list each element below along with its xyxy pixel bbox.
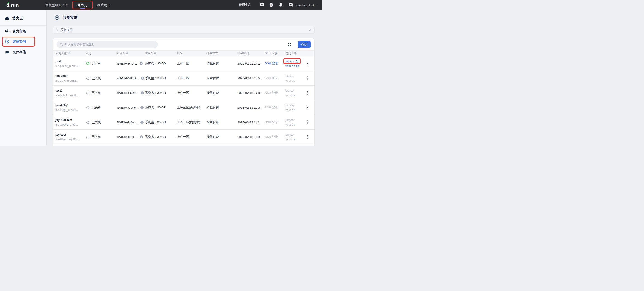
compute-label: NVIDIA-GeFo... (117, 106, 138, 109)
status-cell: 已关机 (86, 91, 117, 95)
ssh-login-link[interactable]: SSH 登录 (265, 135, 278, 138)
vscode-link[interactable]: vscode (285, 79, 295, 82)
jupyter-link[interactable]: jupyter (285, 133, 295, 136)
info-icon[interactable]: i (140, 106, 144, 109)
compute-cell: vGPU-NVIDIA... i (117, 77, 145, 80)
col-header-name-id: 实例名称/ID (56, 51, 86, 55)
logo[interactable]: d.run (6, 2, 19, 8)
table-row: ins-k5kj4 ins-k5kj4_u-ed8... 已关机 NVIDIA-… (53, 100, 314, 115)
power-off-icon (86, 120, 90, 124)
info-icon[interactable]: i (140, 62, 143, 65)
table-row: jxy-h20-test ins-wbp65_u-ed... 已关机 NVIDI… (53, 115, 314, 130)
ssh-login-link[interactable]: SSH 登录 (265, 62, 278, 65)
sidebar-item-compute-market[interactable]: 算力市场 (0, 26, 46, 36)
sidebar-menu: 算力市场 容器实例 文件存储 (0, 26, 46, 57)
sidebar-item-file-storage[interactable]: 文件存储 (0, 47, 46, 57)
disk-cell: 系统盘：30 GB (145, 135, 177, 139)
external-link-icon (296, 65, 299, 67)
jupyter-link[interactable]: jupyter (285, 74, 295, 77)
compute-label: vGPU-NVIDIA... (117, 77, 139, 80)
search-box (56, 41, 158, 48)
table-body: test ins-psbbk_u-ed8... 运行中 NVIDIA-RTX-.… (53, 56, 314, 144)
more-actions-menu-icon[interactable] (306, 119, 309, 125)
more-actions-menu-icon[interactable] (306, 134, 309, 140)
access-tools-cell: jupyter vscode (285, 133, 306, 141)
sidebar-title: 算力云 (0, 10, 46, 21)
ssh-cell: SSH 登录 (265, 61, 285, 65)
ssh-login-link[interactable]: SSH 登录 (265, 76, 278, 80)
billing-cell: 按量付费 (207, 76, 238, 80)
nav-item-billing-center[interactable]: 费用中心 (239, 3, 252, 7)
vscode-link[interactable]: vscode (285, 64, 295, 67)
nav-item-model-platform[interactable]: 大模型服务平台 (40, 0, 72, 10)
page-title: 容器实例 (63, 15, 78, 20)
vscode-link[interactable]: vscode (285, 138, 295, 141)
billing-cell: 按量付费 (207, 105, 238, 110)
ssh-login-link[interactable]: SSH 登录 (265, 120, 278, 124)
instance-id: ins-wbp65_u-ed... (56, 123, 86, 126)
power-off-icon (86, 76, 90, 80)
instance-name-cell: ins-zklvf ins-zklvf_u-ed82... (56, 74, 86, 82)
status-label: 已关机 (92, 135, 101, 139)
row-actions-cell (306, 90, 313, 96)
created-time-cell: 2025-02-17 16:5... (238, 77, 265, 80)
instance-name-cell: test1 ins-55f74_u-ed8... (56, 89, 86, 97)
ssh-login-link[interactable]: SSH 登录 (265, 91, 278, 94)
notification-bell-icon[interactable] (278, 3, 283, 7)
jupyter-link[interactable]: jupyter (285, 103, 295, 107)
status-cell: 已关机 (86, 135, 117, 139)
created-time-cell: 2025-02-13 14:0... (238, 91, 265, 95)
created-time-cell: 2025-02-13 12:3... (238, 106, 265, 109)
more-actions-menu-icon[interactable] (306, 105, 309, 110)
more-actions-menu-icon[interactable] (306, 61, 309, 66)
instances-card: 创建 实例名称/ID 状态 计算配置 磁盘配置 地区 计费方式 创建时间 SSH… (53, 38, 314, 145)
instance-id: ins-9thzt_u-ed82... (56, 138, 86, 141)
instance-name: test (56, 59, 86, 63)
vscode-link[interactable]: vscode (285, 93, 295, 97)
disk-cell: 系统盘：30 GB (145, 91, 177, 95)
vscode-link[interactable]: vscode (285, 123, 295, 126)
vscode-link[interactable]: vscode (285, 108, 295, 112)
status-cell: 运行中 (86, 61, 117, 65)
user-menu-chevron-down-icon[interactable] (316, 4, 318, 6)
region-cell: 上海一区 (177, 135, 207, 139)
compute-label: NVIDIA-L40S ... (117, 91, 138, 95)
info-icon[interactable]: i (141, 77, 144, 80)
instance-name: jxy-test (56, 133, 86, 136)
feedback-chat-icon[interactable] (260, 3, 264, 7)
username-label[interactable]: daocloud-test (296, 3, 314, 7)
chevron-right-icon[interactable] (56, 28, 58, 31)
search-input[interactable] (65, 43, 155, 46)
instance-name-cell: jxy-h20-test ins-wbp65_u-ed... (56, 118, 86, 126)
more-actions-menu-icon[interactable] (306, 75, 309, 81)
refresh-button[interactable] (287, 42, 292, 47)
nav-item-compute-cloud[interactable]: 算力云 (72, 0, 92, 10)
status-label: 已关机 (92, 91, 101, 95)
info-icon[interactable]: i (140, 121, 144, 124)
create-button[interactable]: 创建 (298, 41, 311, 48)
help-icon[interactable]: ? (269, 3, 274, 7)
jupyter-link[interactable]: jupyter (285, 59, 295, 63)
status-label: 已关机 (92, 120, 101, 124)
compute-cell: NVIDIA-RTX-... i (117, 62, 145, 65)
more-actions-menu-icon[interactable] (306, 90, 309, 96)
instance-name-cell: jxy-test ins-9thzt_u-ed82... (56, 133, 86, 141)
close-tab-icon[interactable]: × (309, 28, 311, 32)
info-icon[interactable]: i (140, 135, 143, 138)
cloud-cluster-icon (4, 16, 10, 21)
instance-name: ins-k5kj4 (56, 103, 86, 107)
chevron-down-icon (109, 4, 111, 6)
user-avatar[interactable] (288, 2, 294, 8)
main-content: 容器实例 容器实例 × 创建 实例名称/ID (46, 10, 322, 145)
ssh-cell: SSH 登录 (265, 91, 285, 95)
jupyter-link[interactable]: jupyter (285, 89, 295, 92)
row-actions-cell (306, 119, 313, 125)
status-label: 已关机 (92, 76, 101, 80)
info-icon[interactable]: i (141, 91, 144, 94)
access-tools-cell: jupyter vscode (285, 103, 306, 112)
nav-item-ai-apps[interactable]: AI 应用 (92, 0, 116, 10)
col-header-created: 创建时间 (238, 51, 265, 55)
sidebar-item-container-instances[interactable]: 容器实例 (0, 36, 46, 47)
ssh-login-link[interactable]: SSH 登录 (265, 106, 278, 109)
jupyter-link[interactable]: jupyter (285, 118, 295, 122)
